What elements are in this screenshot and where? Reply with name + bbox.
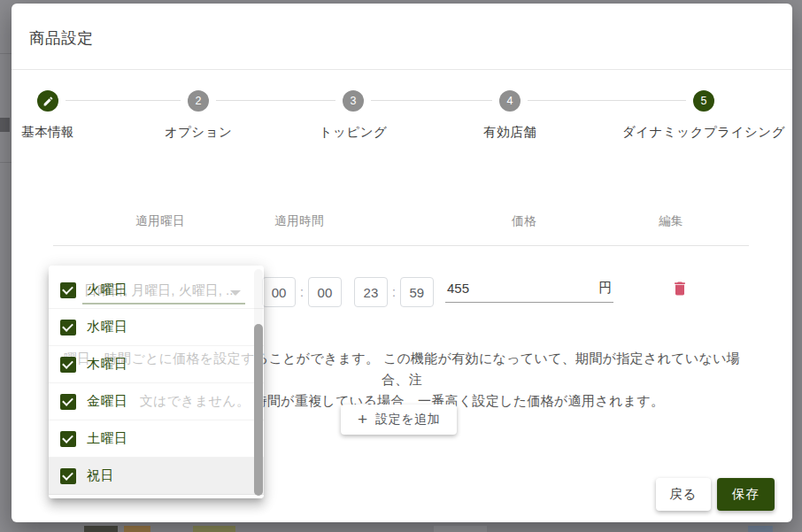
step-number: 3	[351, 95, 357, 107]
background-page-sliver	[84, 526, 118, 532]
checkbox-checked-icon[interactable]	[60, 320, 76, 335]
back-button[interactable]: 戻る	[656, 478, 711, 511]
checkbox-checked-icon[interactable]	[60, 394, 76, 410]
dropdown-item-saturday[interactable]: 土曜日	[49, 420, 264, 458]
dialog-title: 商品設定	[29, 27, 93, 49]
dropdown-item-label: 祝日	[87, 467, 114, 484]
step-number: 5	[701, 95, 707, 107]
step-number: 2	[196, 95, 202, 107]
start-minute-input[interactable]: 00	[308, 277, 342, 307]
end-hour-input[interactable]: 23	[354, 277, 388, 307]
step-label: トッピング	[320, 124, 388, 141]
dropdown-item-label: 土曜日	[87, 430, 128, 447]
stepper-connector	[66, 100, 181, 101]
table-header-divider	[53, 245, 749, 246]
background-page-sliver	[0, 118, 10, 132]
background-page-sliver	[748, 526, 773, 532]
price-field[interactable]: 455 円	[445, 275, 613, 303]
start-hour-input[interactable]: 00	[262, 277, 296, 307]
time-range-inputs: 00 : 00 23 : 59	[262, 277, 434, 307]
checkbox-checked-icon[interactable]	[60, 282, 76, 298]
delete-row-button[interactable]	[671, 279, 690, 300]
price-input[interactable]: 455	[447, 281, 469, 296]
background-page-sliver	[124, 526, 150, 532]
step-circle-3[interactable]: 3	[343, 90, 364, 112]
time-separator: :	[299, 285, 305, 299]
background-page-sliver	[434, 526, 487, 532]
dropdown-item-holiday[interactable]: 祝日	[49, 458, 264, 495]
end-minute-input[interactable]: 59	[400, 277, 434, 307]
save-button[interactable]: 保存	[717, 478, 775, 511]
column-header-price: 価格	[512, 213, 536, 229]
dropdown-item-thursday[interactable]: 木曜日	[49, 346, 264, 383]
column-header-days: 適用曜日	[135, 213, 185, 229]
step-label: 有効店舗	[483, 124, 536, 141]
plus-icon: +	[358, 411, 367, 428]
product-settings-dialog: 商品設定 基本情報 2 オプション 3 トッピング 4 有効店舗 5 ダイナミッ…	[12, 4, 792, 522]
dropdown-item-tuesday[interactable]: 火曜日	[49, 272, 264, 309]
background-page-sliver	[0, 162, 12, 163]
column-header-time: 適用時間	[274, 213, 324, 229]
dropdown-item-label: 火曜日	[87, 281, 128, 298]
column-header-edit: 編集	[659, 213, 683, 229]
step-label: 基本情報	[21, 124, 74, 141]
dropdown-item-wednesday[interactable]: 水曜日	[49, 309, 264, 346]
step-circle-1[interactable]	[37, 90, 58, 112]
checkbox-checked-icon[interactable]	[60, 468, 76, 484]
days-dropdown-menu: 火曜日 水曜日 木曜日 金曜日 土曜日 祝日	[49, 266, 264, 498]
dropdown-item-label: 水曜日	[87, 319, 128, 335]
checkbox-checked-icon[interactable]	[60, 357, 76, 373]
step-label: オプション	[165, 124, 233, 141]
stepper-connector	[528, 100, 686, 101]
dropdown-scrollbar-thumb[interactable]	[254, 324, 263, 496]
stepper-connector	[216, 100, 335, 101]
trash-icon	[671, 279, 689, 298]
pencil-edit-icon	[42, 96, 54, 107]
step-circle-5[interactable]: 5	[693, 90, 714, 112]
add-setting-button[interactable]: + 設定を追加	[341, 405, 457, 435]
add-setting-label: 設定を追加	[375, 412, 440, 428]
checkbox-checked-icon[interactable]	[60, 431, 76, 447]
dropdown-item-label: 金曜日	[87, 393, 128, 410]
step-circle-4[interactable]: 4	[499, 90, 521, 112]
dropdown-item-friday[interactable]: 金曜日	[49, 383, 264, 420]
dropdown-item-label: 木曜日	[87, 356, 128, 373]
stepper-connector	[371, 100, 492, 101]
step-number: 4	[507, 95, 513, 107]
background-page-sliver	[0, 53, 12, 54]
step-circle-2[interactable]: 2	[188, 90, 209, 112]
background-page-sliver	[193, 526, 235, 532]
time-separator: :	[391, 285, 397, 299]
currency-suffix: 円	[598, 280, 612, 297]
header-divider	[12, 69, 792, 70]
step-label: ダイナミックプライシング	[622, 124, 785, 141]
